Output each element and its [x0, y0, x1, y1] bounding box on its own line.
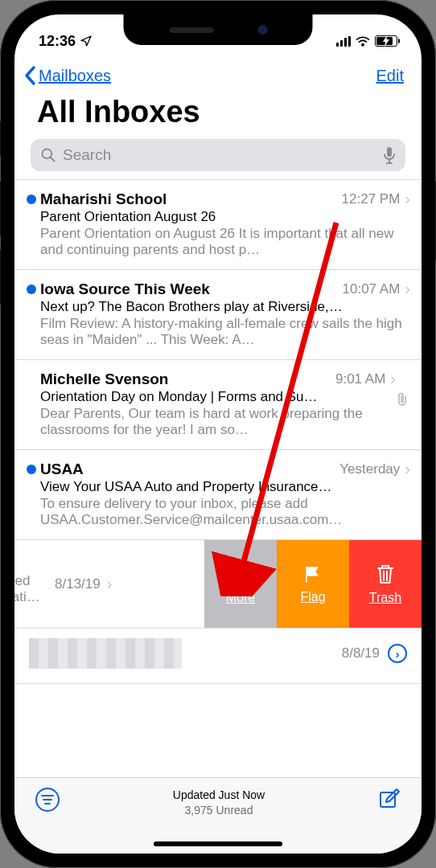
search-placeholder: Search — [63, 146, 376, 164]
email-subject: Parent Orientation August 26 — [40, 208, 410, 225]
unread-dot — [27, 285, 36, 294]
email-sender: Iowa Source This Week — [40, 280, 210, 298]
sync-status: Updated Just Now — [173, 788, 265, 803]
svg-point-5 — [243, 573, 246, 576]
email-sender: USAA — [40, 461, 84, 478]
cellular-icon — [336, 36, 351, 47]
chevron-right-icon: › — [405, 190, 410, 208]
chevron-right-icon: › — [405, 280, 410, 298]
flag-icon — [302, 564, 323, 585]
swiped-email-row[interactable]: 8/13/19 › urgery scheduled nts in the op… — [14, 540, 422, 628]
chevron-right-icon: › — [405, 460, 410, 478]
mic-icon[interactable] — [383, 146, 396, 164]
filter-button[interactable] — [35, 788, 60, 812]
email-row[interactable]: Iowa Source This Week 10:07 AM › Next up… — [14, 270, 422, 360]
redacted-time: 8/8/19 — [342, 645, 380, 661]
email-preview: Parent Orientation on August 26 It is im… — [40, 225, 410, 258]
filter-icon — [40, 794, 55, 805]
unread-count: 3,975 Unread — [173, 803, 265, 818]
svg-rect-1 — [387, 147, 392, 157]
email-subject: Next up? The Bacon Brothers play at Rive… — [40, 298, 410, 315]
compose-button[interactable] — [378, 788, 401, 810]
back-button[interactable]: Mailboxes — [23, 64, 111, 87]
compose-icon — [378, 788, 401, 810]
wifi-icon — [356, 35, 370, 47]
email-preview: Dear Parents, Our team is hard at work p… — [40, 405, 396, 438]
home-indicator[interactable] — [154, 841, 282, 846]
email-subject: View Your USAA Auto and Property Insuran… — [40, 478, 410, 495]
inbox-list: Maharishi School 12:27 PM › Parent Orien… — [14, 179, 422, 540]
svg-rect-6 — [380, 792, 395, 807]
email-preview: To ensure delivery to your inbox, please… — [40, 495, 410, 528]
thread-info-icon[interactable]: › — [388, 644, 407, 663]
unread-dot — [27, 194, 36, 204]
email-time: 9:01 AM — [335, 371, 385, 387]
attachment-icon — [396, 392, 409, 407]
battery-icon — [375, 35, 397, 47]
search-icon — [40, 147, 56, 163]
email-sender: Michelle Svenson — [40, 371, 168, 388]
email-time: Yesterday — [339, 461, 400, 477]
email-preview: Film Review: A history-making all-female… — [40, 315, 410, 348]
trash-icon — [376, 563, 395, 586]
chevron-right-icon: › — [390, 370, 396, 388]
redacted-content — [29, 638, 182, 669]
email-sender: Maharishi School — [40, 190, 167, 208]
redacted-email-row[interactable]: 8/8/19 › — [14, 628, 422, 684]
svg-point-3 — [235, 573, 238, 576]
search-input[interactable]: Search — [31, 139, 405, 171]
unread-dot — [27, 465, 36, 474]
svg-point-4 — [239, 573, 242, 576]
chevron-left-icon — [23, 64, 39, 87]
clock: 12:36 — [39, 33, 76, 50]
location-icon — [80, 35, 93, 47]
email-row[interactable]: Maharishi School 12:27 PM › Parent Orien… — [14, 180, 422, 270]
trash-action[interactable]: Trash — [349, 540, 422, 628]
flag-action[interactable]: Flag — [277, 540, 349, 628]
ellipsis-icon — [229, 563, 252, 586]
back-label: Mailboxes — [39, 67, 111, 85]
page-title: All Inboxes — [14, 93, 422, 139]
edit-button[interactable]: Edit — [376, 67, 404, 85]
email-row[interactable]: USAA Yesterday › View Your USAA Auto and… — [14, 450, 422, 540]
email-subject: Orientation Day on Monday | Forms and Su… — [40, 388, 396, 405]
more-action[interactable]: More — [204, 540, 277, 628]
email-time: 10:07 AM — [343, 281, 401, 297]
email-time: 12:27 PM — [342, 191, 401, 207]
email-row[interactable]: Michelle Svenson 9:01 AM › Orientation D… — [14, 360, 422, 450]
